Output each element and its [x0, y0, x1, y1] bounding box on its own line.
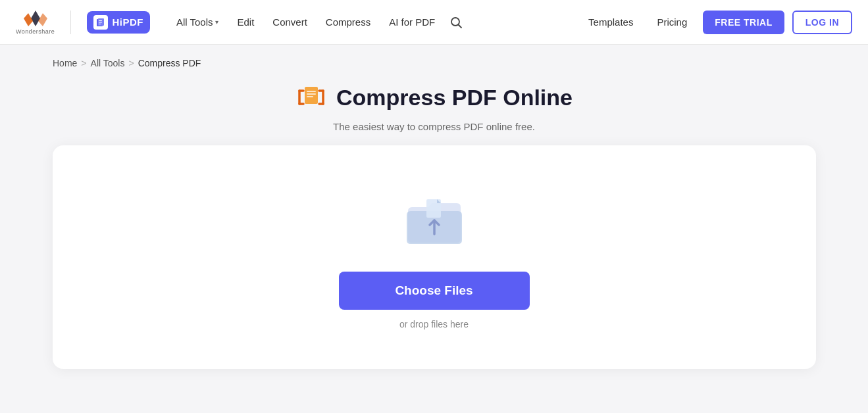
nav-all-tools[interactable]: All Tools ▾ [168, 11, 227, 33]
page-subtitle: The easiest way to compress PDF online f… [333, 121, 535, 132]
nav-links: All Tools ▾ Edit Convert Compress AI for… [168, 11, 580, 33]
compress-pdf-icon [295, 82, 327, 113]
hipdf-label: HiPDF [112, 16, 143, 28]
login-button[interactable]: LOG IN [792, 11, 852, 34]
hipdf-badge[interactable]: HiPDF [87, 11, 150, 34]
nav-divider [70, 11, 71, 34]
breadcrumb-current: Compress PDF [138, 58, 201, 68]
svg-rect-4 [99, 24, 101, 24]
hipdf-badge-icon [93, 15, 108, 30]
breadcrumb-all-tools[interactable]: All Tools [91, 58, 125, 68]
page-title-area: Compress PDF Online [295, 82, 573, 113]
svg-rect-8 [307, 91, 316, 92]
search-icon[interactable] [446, 12, 467, 33]
free-trial-button[interactable]: FREE TRIAL [703, 11, 784, 34]
all-tools-chevron: ▾ [215, 18, 218, 26]
folder-upload-icon [401, 191, 467, 251]
navbar: Wondershare HiPDF All Tools ▾ Edit [0, 0, 868, 45]
page-content: Compress PDF Online The easiest way to c… [0, 75, 868, 382]
wondershare-label: Wondershare [16, 28, 55, 35]
svg-rect-2 [99, 20, 102, 21]
svg-rect-9 [307, 93, 316, 95]
svg-rect-3 [99, 22, 102, 22]
upload-card: Choose Files or drop files here [53, 145, 816, 369]
svg-line-6 [459, 24, 462, 28]
choose-files-button[interactable]: Choose Files [339, 272, 530, 310]
logo-area: Wondershare HiPDF [16, 9, 150, 35]
breadcrumb-sep-2: > [128, 58, 134, 68]
wondershare-logo[interactable]: Wondershare [16, 9, 55, 35]
nav-pricing[interactable]: Pricing [649, 11, 695, 33]
nav-convert[interactable]: Convert [265, 11, 315, 33]
svg-rect-7 [305, 87, 318, 104]
breadcrumb-sep-1: > [81, 58, 86, 68]
page-title: Compress PDF Online [336, 85, 573, 110]
nav-compress[interactable]: Compress [318, 11, 378, 33]
nav-edit[interactable]: Edit [229, 11, 262, 33]
nav-right: Templates Pricing FREE TRIAL LOG IN [580, 11, 852, 34]
breadcrumb: Home > All Tools > Compress PDF [0, 45, 868, 75]
upload-illustration [401, 191, 467, 253]
breadcrumb-home[interactable]: Home [53, 58, 77, 68]
drop-hint: or drop files here [399, 319, 469, 329]
nav-ai-for-pdf[interactable]: AI for PDF [381, 11, 443, 33]
nav-templates[interactable]: Templates [580, 11, 641, 33]
svg-rect-10 [307, 96, 313, 97]
